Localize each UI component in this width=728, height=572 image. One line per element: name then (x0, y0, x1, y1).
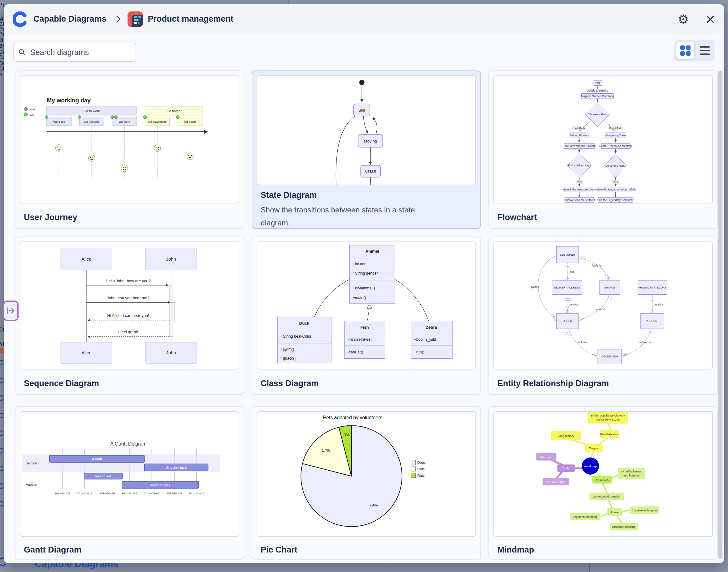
backdrop-top-divider (288, 0, 289, 4)
flow-node-label: Secret Treehouse Meeting (599, 144, 632, 147)
mindmap-node-label: Long history (557, 434, 574, 437)
grid-view-button[interactable] (676, 42, 694, 59)
journey-task-label: Go upstairs (84, 120, 100, 123)
erd-entity-label: ORDER (563, 319, 572, 323)
erd-rel-label: covers (596, 308, 604, 311)
card-title: Gantt Diagram (24, 545, 81, 555)
class-method: -canEat() (348, 350, 363, 354)
template-card-class-diagram[interactable]: Animal +int age +String gender +isMammal… (252, 236, 481, 395)
capable-diagrams-logo-icon (13, 11, 28, 27)
state-diagram-preview: Still Moving Crash (257, 75, 476, 185)
template-card-gantt[interactable]: A Gantt Diagram (15, 406, 244, 560)
mindmap-node-label: On effectivness (621, 470, 642, 473)
template-card-sequence-diagram[interactable]: Alice John Hello John, how are you? John… (15, 236, 244, 395)
seq-message-label: Hi Alice, I can hear you! (107, 313, 149, 318)
erd-rel-label: ordered in (639, 341, 651, 344)
mindmap-node-label: and features (623, 474, 640, 477)
actor-label: Alice (81, 350, 91, 355)
gantt-bar-label: Another task (166, 466, 187, 469)
erd-entity-label: PRODUCT (646, 319, 659, 323)
gantt-date-label: 2014-01-26 (122, 492, 137, 495)
smiley-sad-icon (121, 165, 128, 171)
class-attr: +String beakColor (281, 334, 311, 339)
view-toggle (674, 40, 715, 61)
mindmap-node-label: Mermaid (540, 455, 552, 459)
mindmap-node-label: Popularisation (600, 433, 619, 436)
actor-label: John (166, 257, 176, 262)
mindmap-preview: British popular psychology author Tony B… (493, 411, 713, 537)
gantt-preview: A Gantt Diagram (20, 411, 239, 537)
gantt-bar-label: another task (150, 483, 171, 487)
mindmap-node-label: British popular psychology (591, 414, 625, 417)
product-management-icon (127, 11, 143, 27)
template-card-mindmap[interactable]: British popular psychology author Tony B… (488, 406, 718, 560)
class-diagram-preview: Animal +int age +String gender +isMammal… (257, 241, 476, 369)
state-label: Moving (364, 139, 377, 143)
template-card-pie-chart[interactable]: Pets adopted by volunteers 79% 17% 3% Do… (252, 406, 481, 560)
pie-legend-label: Dogs (417, 461, 426, 464)
class-attr: +bool is_wild (414, 337, 436, 342)
erd-rel-label: receives (569, 303, 579, 306)
mindmap-node-label: Pen and paper (546, 480, 565, 484)
smiley-neutral-icon (187, 153, 193, 160)
flow-node-label: You (595, 81, 600, 84)
class-attr: -int sizeInFeet (348, 337, 372, 342)
card-title: User Journey (24, 213, 77, 222)
class-method: +run() (414, 350, 424, 354)
flow-node-label: Discover a Map? (606, 164, 625, 167)
chevron-right-icon (113, 15, 120, 22)
erd-rel-label: includes (578, 341, 588, 344)
smiley-happy-icon (154, 145, 161, 152)
backdrop-orange-icon (0, 348, 4, 353)
mindmap-node-label: Research (596, 478, 609, 482)
pie-title: Pets adopted by volunteers (323, 415, 382, 420)
gantt-date-label: 2014-02-16 (189, 492, 204, 495)
scrollbar-thumb[interactable] (718, 70, 722, 559)
flow-node-label: Find a Hidden Key? (568, 164, 591, 167)
gantt-date-label: 2014-01-12 (77, 492, 93, 495)
template-card-state-diagram[interactable]: Still Moving Crash State Diagram Show th… (252, 70, 481, 229)
breadcrumb-page-title[interactable]: Product management (148, 14, 233, 24)
flow-node-label: Unlock the Treasure Chest (563, 188, 596, 191)
flow-edge-label: Decide to explore (587, 89, 608, 92)
erd-rel-label: contains (654, 303, 663, 306)
search-box (13, 43, 136, 62)
user-journey-preview: My working day Cat Me Go to work Go home… (20, 75, 239, 203)
template-card-flowchart[interactable]: You Decide to explore Magical Garden Ent… (488, 70, 718, 229)
template-card-erd[interactable]: has liable for places receives covers co… (488, 236, 718, 395)
card-title: State Diagram (261, 191, 317, 200)
pie-legend-label: Cats (417, 467, 425, 471)
settings-gear-icon[interactable]: ⚙ (678, 13, 689, 25)
card-title: Pie Chart (261, 545, 297, 555)
pie-legend-label: Rats (417, 474, 425, 477)
gantt-date-label: 2014-01-19 (99, 492, 115, 495)
mindmap-node-label: Uses (611, 510, 618, 514)
gantt-bar-label: Task in sec (94, 474, 112, 478)
gantt-date-label: 2014-02-09 (166, 492, 182, 495)
class-name: Zebra (426, 325, 437, 330)
journey-section-label: Go home (167, 109, 180, 113)
template-card-user-journey[interactable]: My working day Cat Me Go to work Go home… (15, 70, 244, 229)
mindmap-node-label: Argument mapping (573, 515, 597, 518)
flowchart-preview: You Decide to explore Magical Garden Ent… (493, 75, 713, 203)
search-input[interactable] (30, 48, 131, 57)
flow-edge-label: Yes (577, 181, 582, 184)
class-method: +isMammal() (353, 286, 375, 290)
breadcrumb-app-name[interactable]: Capable Diagrams (34, 14, 107, 24)
list-view-button[interactable] (697, 42, 713, 59)
close-icon[interactable]: × (706, 13, 715, 25)
mindmap-node-label: On Automatic creation (593, 495, 621, 498)
pie-chart-preview: Pets adopted by volunteers 79% 17% 3% Do… (257, 411, 476, 537)
card-title: Flowchart (497, 213, 537, 222)
card-title: Mindmap (497, 545, 534, 555)
seq-message-label: John, can you hear me? (107, 296, 149, 300)
backdrop-logo-c: C (0, 464, 4, 473)
backdrop-logo-c: C (0, 447, 4, 455)
gantt-bar-label: A task (92, 457, 102, 461)
backdrop-logo-c: C (0, 376, 4, 384)
sidebar-expand-button[interactable] (3, 300, 18, 321)
expand-right-icon (6, 307, 15, 314)
search-icon (18, 48, 26, 56)
mindmap-node-label: Strategic planning (612, 525, 635, 528)
journey-task-label: Go downstairs (148, 120, 167, 123)
